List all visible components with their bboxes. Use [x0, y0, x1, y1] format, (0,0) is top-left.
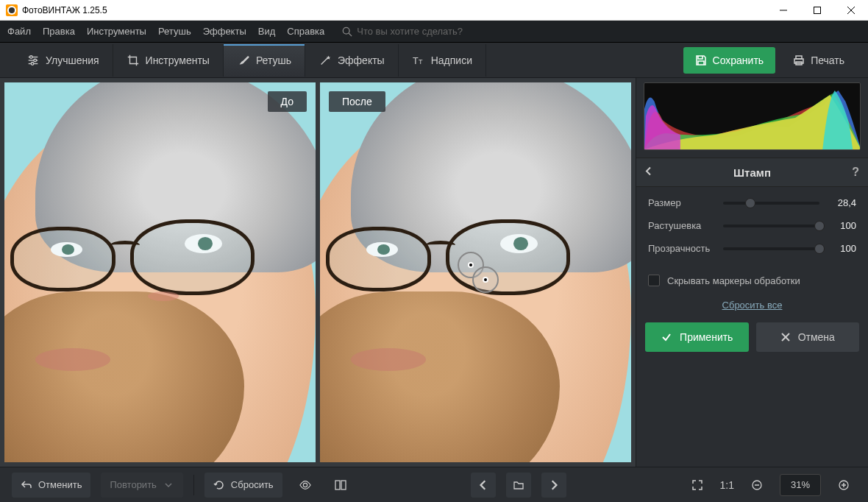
menu-edit[interactable]: Правка	[43, 26, 75, 37]
split-view-toggle[interactable]	[328, 473, 353, 498]
redo-label: Повторить	[110, 479, 156, 490]
reset-button[interactable]: Сбросить	[204, 473, 282, 498]
svg-line-5	[349, 33, 352, 36]
back-button[interactable]	[644, 166, 654, 179]
svg-point-10	[34, 59, 37, 62]
undo-icon	[21, 479, 32, 491]
window-close-button[interactable]	[834, 0, 868, 21]
main-toolbar: Улучшения Инструменты Ретушь Эффекты TT …	[0, 43, 868, 78]
fit-screen-button[interactable]	[685, 473, 710, 498]
print-button-label: Печать	[811, 54, 844, 66]
tab-text[interactable]: TT Надписи	[399, 44, 486, 77]
chevron-left-icon	[477, 479, 489, 491]
svg-point-11	[31, 62, 34, 65]
zoom-value[interactable]: 31%	[780, 474, 821, 496]
minus-icon	[751, 479, 763, 491]
print-icon	[793, 54, 805, 66]
tab-retouch[interactable]: Ретушь	[224, 44, 305, 77]
close-icon	[780, 332, 791, 342]
tool-panel-header: Штамп ?	[636, 158, 868, 187]
nav-prev-button[interactable]	[471, 473, 496, 498]
apply-button[interactable]: Применить	[645, 322, 749, 352]
plus-icon	[838, 479, 850, 491]
titlebar: ФотоВИНТАЖ 1.25.5	[0, 0, 868, 21]
hide-markers-checkbox[interactable]: Скрывать маркеры обработки	[636, 272, 868, 297]
cancel-button-label: Отмена	[798, 331, 835, 343]
sliders-icon	[26, 54, 40, 67]
save-icon	[695, 54, 707, 66]
search-input[interactable]: Что вы хотите сделать?	[357, 26, 463, 37]
zoom-actual-button[interactable]: 1:1	[720, 479, 734, 491]
check-icon	[661, 331, 672, 343]
image-after[interactable]: После	[320, 82, 631, 462]
open-folder-button[interactable]	[506, 473, 531, 498]
slider-opacity[interactable]: Прозрачность 100	[648, 243, 856, 254]
menubar: Файл Правка Инструменты Ретушь Эффекты В…	[0, 21, 868, 43]
save-button-label: Сохранить	[713, 54, 764, 66]
slider-feather-label: Растушевка	[648, 220, 716, 231]
app-icon	[6, 4, 18, 16]
after-label: После	[329, 91, 385, 112]
bottom-bar: Отменить Повторить Сбросить 1:1 31%	[0, 467, 868, 502]
app-title: ФотоВИНТАЖ 1.25.5	[22, 5, 107, 15]
svg-point-4	[344, 27, 350, 34]
slider-feather-value: 100	[827, 220, 856, 231]
menu-view[interactable]: Вид	[258, 26, 276, 37]
menu-help[interactable]: Справка	[287, 26, 324, 37]
tab-enhance-label: Улучшения	[46, 54, 99, 66]
slider-size-value: 28,4	[827, 197, 856, 208]
apply-button-label: Применить	[680, 331, 733, 343]
tab-text-label: Надписи	[431, 54, 472, 66]
undo-label: Отменить	[38, 479, 82, 490]
canvas-area: До После	[0, 78, 636, 467]
menu-effects[interactable]: Эффекты	[203, 26, 246, 37]
svg-rect-16	[796, 56, 802, 59]
hide-markers-label: Скрывать маркеры обработки	[667, 275, 800, 286]
tab-tools[interactable]: Инструменты	[113, 44, 224, 77]
chevron-right-icon	[548, 479, 560, 491]
slider-size-label: Размер	[648, 197, 716, 208]
zoom-out-button[interactable]	[744, 473, 769, 498]
reset-link[interactable]: Сбросить все	[636, 297, 868, 322]
preview-toggle[interactable]	[293, 473, 318, 498]
tab-effects[interactable]: Эффекты	[305, 44, 399, 77]
slider-feather[interactable]: Растушевка 100	[648, 220, 856, 231]
nav-next-button[interactable]	[541, 473, 566, 498]
reset-label: Сбросить	[231, 479, 274, 490]
window-maximize-button[interactable]	[800, 0, 834, 21]
svg-rect-21	[335, 481, 340, 489]
zoom-in-button[interactable]	[831, 473, 856, 498]
before-label: До	[268, 91, 307, 112]
menu-tools[interactable]: Инструменты	[87, 26, 146, 37]
text-icon: TT	[412, 54, 425, 67]
window-minimize-button[interactable]	[766, 0, 800, 21]
svg-rect-22	[341, 481, 346, 489]
undo-button[interactable]: Отменить	[12, 473, 90, 498]
save-button[interactable]: Сохранить	[683, 47, 776, 74]
svg-point-20	[303, 483, 307, 487]
eye-icon	[299, 479, 311, 491]
side-panel: Штамп ? Размер 28,4 Растушевка 100 Прозр…	[636, 78, 868, 467]
help-button[interactable]: ?	[852, 166, 859, 179]
svg-text:T: T	[419, 57, 423, 65]
menu-file[interactable]: Файл	[7, 26, 31, 37]
redo-button[interactable]: Повторить	[101, 473, 182, 498]
crop-icon	[127, 54, 140, 67]
tab-retouch-label: Ретушь	[256, 54, 291, 66]
tab-enhance[interactable]: Улучшения	[13, 44, 113, 77]
print-button[interactable]: Печать	[783, 47, 855, 74]
cancel-button[interactable]: Отмена	[756, 322, 860, 352]
image-before[interactable]: До	[4, 82, 316, 462]
svg-text:T: T	[413, 55, 419, 66]
checkbox-icon	[648, 275, 660, 286]
svg-point-9	[30, 55, 33, 58]
menu-retouch[interactable]: Ретушь	[158, 26, 191, 37]
compare-icon	[335, 479, 346, 491]
svg-line-12	[321, 57, 328, 64]
folder-icon	[513, 479, 524, 491]
slider-opacity-label: Прозрачность	[648, 243, 716, 254]
histogram[interactable]	[644, 82, 861, 150]
brush-icon	[237, 54, 250, 67]
slider-size[interactable]: Размер 28,4	[648, 197, 856, 208]
tab-tools-label: Инструменты	[146, 54, 210, 66]
